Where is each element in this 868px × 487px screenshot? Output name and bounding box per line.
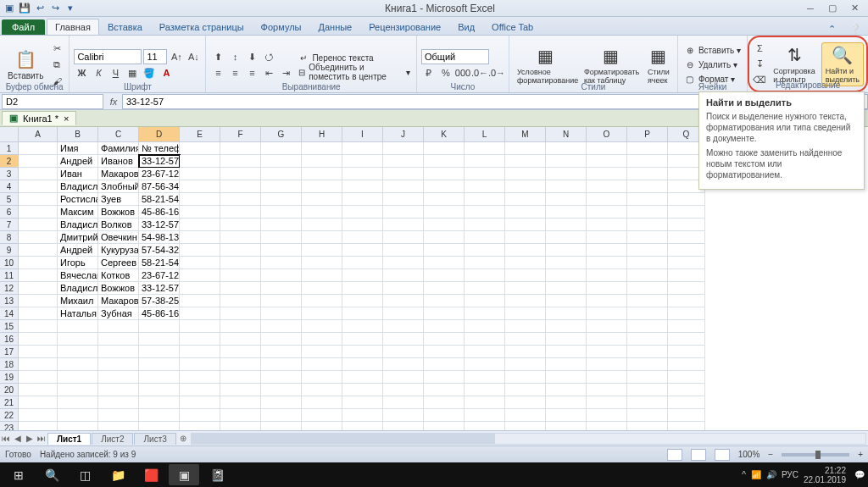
cell-N5[interactable] (546, 193, 587, 206)
cell-K11[interactable] (424, 269, 465, 282)
border-icon[interactable]: ▦ (125, 65, 140, 80)
file-explorer-icon[interactable]: 📁 (103, 464, 133, 485)
cell-M3[interactable] (505, 168, 546, 180)
cell-D9[interactable]: 57-54-32 (139, 244, 180, 257)
cell-B21[interactable] (58, 396, 98, 409)
cell-L2[interactable] (465, 155, 505, 168)
cell-P4[interactable] (627, 180, 668, 193)
cell-C21[interactable] (98, 396, 139, 409)
align-top-icon[interactable]: ⬆ (210, 49, 225, 64)
cell-O22[interactable] (587, 409, 627, 422)
italic-button[interactable]: К (91, 65, 106, 80)
cell-I18[interactable] (342, 358, 383, 371)
cell-P16[interactable] (627, 333, 668, 346)
cell-D8[interactable]: 54-98-13 (139, 231, 180, 244)
cell-G16[interactable] (261, 333, 302, 346)
col-header-D[interactable]: D (139, 127, 180, 142)
cell-N8[interactable] (546, 231, 587, 244)
cell-O20[interactable] (587, 384, 627, 396)
cell-P17[interactable] (627, 346, 668, 358)
cell-M22[interactable] (505, 409, 546, 422)
cell-D2[interactable]: 33-12-57 (139, 155, 180, 168)
cell-J15[interactable] (383, 320, 424, 333)
cell-J5[interactable] (383, 193, 424, 206)
cell-Q17[interactable] (668, 346, 705, 358)
cell-Q12[interactable] (668, 282, 705, 295)
cell-G3[interactable] (261, 168, 302, 180)
row-header-20[interactable]: 20 (0, 384, 19, 396)
col-header-B[interactable]: B (58, 127, 98, 142)
cell-F11[interactable] (220, 269, 261, 282)
find-select-button[interactable]: 🔍Найти и выделить (821, 42, 864, 86)
row-header-13[interactable]: 13 (0, 295, 19, 307)
cell-O15[interactable] (587, 320, 627, 333)
increase-indent-icon[interactable]: ⇥ (278, 65, 293, 80)
cell-N18[interactable] (546, 358, 587, 371)
cell-G20[interactable] (261, 384, 302, 396)
cell-A9[interactable] (19, 244, 58, 257)
cell-A23[interactable] (19, 422, 58, 430)
cell-P20[interactable] (627, 384, 668, 396)
cell-H7[interactable] (302, 219, 342, 231)
decrease-indent-icon[interactable]: ⇤ (261, 65, 276, 80)
col-header-M[interactable]: M (505, 127, 546, 142)
cell-H13[interactable] (302, 295, 342, 307)
underline-button[interactable]: Ч (108, 65, 123, 80)
cell-L23[interactable] (465, 422, 505, 430)
cell-Q19[interactable] (668, 371, 705, 384)
cell-G5[interactable] (261, 193, 302, 206)
sheet-nav-first-icon[interactable]: ⏮ (0, 434, 12, 443)
row-header-2[interactable]: 2 (0, 155, 19, 168)
cell-B22[interactable] (58, 409, 98, 422)
cell-C9[interactable]: Кукуруза (98, 244, 139, 257)
font-name-combo[interactable]: Calibri (74, 49, 142, 64)
shrink-font-icon[interactable]: A↓ (186, 49, 201, 64)
cell-I3[interactable] (342, 168, 383, 180)
tab-home[interactable]: Главная (47, 19, 99, 35)
row-header-10[interactable]: 10 (0, 257, 19, 269)
cell-K18[interactable] (424, 358, 465, 371)
sheet-tab-3[interactable]: Лист3 (134, 433, 175, 445)
cell-A5[interactable] (19, 193, 58, 206)
cell-B16[interactable] (58, 333, 98, 346)
cell-E10[interactable] (180, 257, 220, 269)
cell-L16[interactable] (465, 333, 505, 346)
cell-L15[interactable] (465, 320, 505, 333)
cell-O6[interactable] (587, 206, 627, 219)
cell-K20[interactable] (424, 384, 465, 396)
cell-O16[interactable] (587, 333, 627, 346)
cell-N9[interactable] (546, 244, 587, 257)
cell-B8[interactable]: Дмитрий (58, 231, 98, 244)
cell-E13[interactable] (180, 295, 220, 307)
undo-icon[interactable]: ↩ (34, 3, 46, 14)
cell-Q22[interactable] (668, 409, 705, 422)
cell-E9[interactable] (180, 244, 220, 257)
decrease-decimal-icon[interactable]: .0→ (489, 65, 504, 80)
cell-F10[interactable] (220, 257, 261, 269)
cell-O12[interactable] (587, 282, 627, 295)
cell-K3[interactable] (424, 168, 465, 180)
number-format-combo[interactable]: Общий (421, 49, 489, 64)
cell-D4[interactable]: 87-56-34 (139, 180, 180, 193)
cell-L6[interactable] (465, 206, 505, 219)
cell-E20[interactable] (180, 384, 220, 396)
task-view-icon[interactable]: ◫ (70, 464, 100, 485)
cell-J9[interactable] (383, 244, 424, 257)
cell-J14[interactable] (383, 307, 424, 320)
cell-E1[interactable] (180, 142, 220, 155)
cell-C3[interactable]: Макаров (98, 168, 139, 180)
cell-P8[interactable] (627, 231, 668, 244)
zoom-out-icon[interactable]: − (768, 450, 773, 459)
close-doc-icon[interactable]: × (64, 113, 69, 124)
cell-O18[interactable] (587, 358, 627, 371)
cell-L7[interactable] (465, 219, 505, 231)
cell-A4[interactable] (19, 180, 58, 193)
cell-K22[interactable] (424, 409, 465, 422)
row-header-17[interactable]: 17 (0, 346, 19, 358)
row-header-9[interactable]: 9 (0, 244, 19, 257)
row-header-3[interactable]: 3 (0, 168, 19, 180)
cell-M5[interactable] (505, 193, 546, 206)
cell-F22[interactable] (220, 409, 261, 422)
cell-D15[interactable] (139, 320, 180, 333)
cell-B14[interactable]: Наталья (58, 307, 98, 320)
